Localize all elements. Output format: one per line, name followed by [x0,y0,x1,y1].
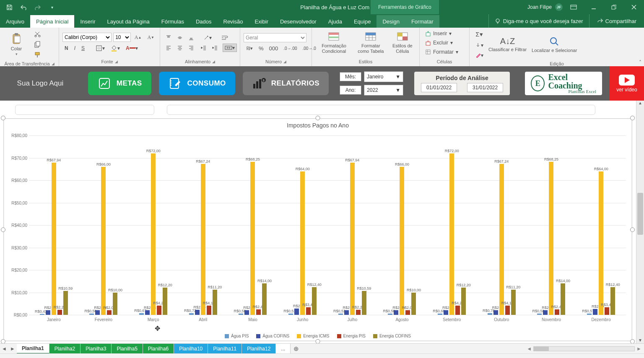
decrease-font-icon[interactable]: A▼ [145,33,156,42]
tab-data[interactable]: Dados [190,15,218,28]
tell-me-search[interactable]: Diga-me o que você deseja fazer [488,14,589,28]
bold-button[interactable]: N [62,44,70,52]
sheet-nav-prev[interactable]: ◄ [0,344,8,354]
bar-cluster[interactable]: R$0,52R$2,04R$67,94R$2,24R$10,59Julho [335,163,370,315]
chart-title[interactable]: Impostos Pagos no Ano [4,119,632,130]
bar[interactable]: R$2,60 [593,309,597,315]
scroll-up-icon[interactable]: ▲ [636,101,644,108]
bar[interactable]: R$2,00 [394,310,398,315]
bar[interactable]: R$2,90 [294,309,299,315]
chart-object[interactable]: Impostos Pagos no Ano R$0,00R$10,00R$20,… [3,118,632,341]
ver-video-button[interactable]: ver vídeo [610,66,644,101]
conditional-formatting-button[interactable]: Formatação Condicional [315,30,353,55]
bar[interactable]: R$2,24 [356,310,361,315]
legend-item[interactable]: Água COFINS [256,334,289,338]
plot-area[interactable]: R$0,00R$10,00R$20,00R$30,00R$40,00R$50,0… [29,135,626,315]
sheet-nav-next[interactable]: ► [8,344,17,354]
align-bottom-icon[interactable] [186,34,196,42]
underline-button[interactable]: S [79,44,87,52]
increase-indent-icon[interactable] [210,44,220,52]
font-name-select[interactable]: Calibri (Corpo) [62,33,112,42]
cell-styles-button[interactable]: Estilos de Célula [389,30,416,55]
autosum-icon[interactable]: Σ▾ [473,29,486,39]
cells-insert-button[interactable]: Inserir▾ [423,29,454,38]
collapse-ribbon-icon[interactable]: ˄ [639,60,641,65]
legend-item[interactable]: Energia PIS [337,334,366,338]
bar[interactable]: R$2,04 [344,310,349,315]
window-close-icon[interactable] [625,0,643,14]
bar[interactable]: R$2,01 [46,310,50,315]
bar[interactable]: R$72,00 [151,153,156,315]
bar[interactable]: R$2,40 [555,309,559,315]
decrease-indent-icon[interactable] [199,44,209,52]
borders-icon[interactable]: ▾ [93,44,107,53]
bar[interactable]: R$72,00 [449,153,454,315]
bar[interactable]: R$12,20 [163,288,167,315]
bar[interactable]: R$10,00 [113,293,117,315]
add-sheet-button[interactable]: ⊕ [291,344,301,354]
bar[interactable]: R$12,20 [461,288,466,315]
sheet-tab[interactable]: Planilha10 [174,344,208,354]
sheet-tab[interactable]: Planilha12 [242,344,276,354]
window-minimize-icon[interactable] [584,0,603,14]
bar[interactable]: R$2,00 [405,310,410,315]
font-color-icon[interactable]: A▾ [124,44,140,52]
bar-cluster[interactable]: R$0,50R$2,00R$66,00R$2,00R$10,00Agosto [384,167,420,315]
sheet-tab[interactable]: Planilha3 [80,344,112,354]
orientation-icon[interactable]: ▾ [201,34,214,42]
legend-item[interactable]: Energia ICMS [297,334,329,338]
number-format-select[interactable]: Geral [244,33,306,42]
bar[interactable]: R$14,00 [262,283,267,315]
bar[interactable]: R$4,20 [455,306,460,315]
sort-filter-button[interactable]: A↓ZClassificar e Filtrar [486,35,529,54]
cells-delete-button[interactable]: Excluir▾ [423,39,455,47]
bar[interactable]: R$68,25 [549,162,553,315]
bar[interactable]: R$67,94 [52,163,56,315]
tab-design[interactable]: Design [377,15,405,28]
bar[interactable]: R$2,19 [195,310,200,315]
sheet-tab[interactable]: Planilha11 [208,344,242,354]
bar[interactable]: R$67,24 [201,164,205,315]
sheet-tab[interactable]: Planilha5 [112,344,143,354]
user-avatar-icon[interactable]: JF [555,3,563,11]
qat-save-icon[interactable] [3,1,15,13]
bar-cluster[interactable]: R$0,72R$2,19R$67,24R$4,12R$11,20Abril [185,164,221,315]
bar[interactable]: R$4,12 [207,306,211,315]
metas-button[interactable]: METAS [88,72,151,95]
bar[interactable]: R$2,00 [107,310,112,315]
format-painter-icon[interactable] [32,50,43,60]
legend-item[interactable]: Água PIS [225,334,249,338]
mes-select[interactable]: Janeiro▼ [364,71,403,82]
bar[interactable]: R$4,20 [157,306,161,315]
bar[interactable]: R$10,59 [63,291,68,315]
bar[interactable]: R$2,24 [57,310,62,315]
bar[interactable]: R$68,25 [250,162,255,315]
sheet-tab[interactable]: Planilha1 [17,344,49,354]
bar[interactable]: R$2,01 [444,310,448,315]
align-middle-icon[interactable] [175,34,185,42]
vertical-scrollbar[interactable]: ▲ ▼ [636,101,644,345]
cut-icon[interactable] [32,29,43,39]
bar[interactable]: R$2,07 [543,310,548,315]
resize-handle[interactable] [1,228,5,232]
percent-icon[interactable]: % [257,44,266,53]
fill-icon[interactable]: ▾ [473,41,486,49]
bar-cluster[interactable]: R$0,67R$2,08R$72,00R$4,20R$12,20Março [135,153,171,315]
bar[interactable]: R$2,00 [95,310,100,315]
cells-format-button[interactable]: Formatar▾ [423,48,460,56]
align-left-icon[interactable] [164,44,174,52]
qat-more-icon[interactable]: ▾ [46,1,58,13]
tab-file[interactable]: Arquivo [0,15,30,28]
bar[interactable]: R$12,40 [312,287,317,315]
format-as-table-button[interactable]: Formatar como Tabela [353,30,388,55]
ribbon-options-icon[interactable] [564,0,583,14]
bar[interactable]: R$12,40 [610,287,615,315]
bar[interactable]: R$4,12 [505,306,510,315]
qat-redo-icon[interactable] [32,1,44,13]
relatorios-button[interactable]: $ RELATÓRIOS [243,72,329,95]
dialog-launcher-icon[interactable]: ◢ [283,60,286,64]
scrollbar-thumb[interactable] [637,193,643,235]
bar[interactable]: R$10,00 [411,293,416,315]
bar[interactable]: R$66,00 [101,167,106,315]
bar[interactable]: R$2,07 [244,310,249,315]
